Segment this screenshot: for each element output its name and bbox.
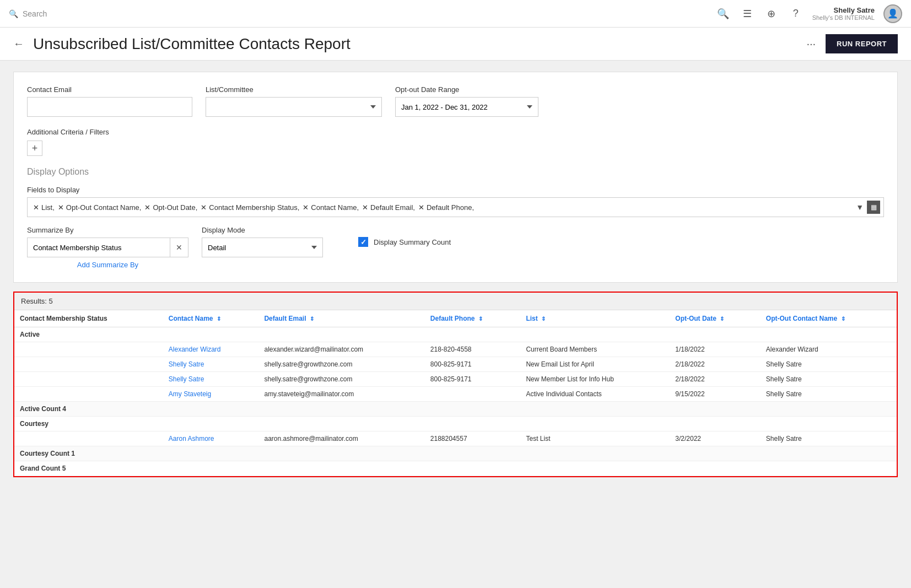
search-area[interactable]: 🔍 Search <box>9 9 47 18</box>
col-opt-out-contact-name[interactable]: Opt-Out Contact Name ⇕ <box>761 310 897 327</box>
cell-opt-out-contact-name: Shelly Satre <box>761 372 897 387</box>
opt-out-date-range-label: Opt-out Date Range <box>395 85 538 94</box>
cell-email: alexander.wizard@mailinator.com <box>258 342 424 357</box>
sort-icon-list: ⇕ <box>541 316 546 322</box>
field-remove-list[interactable]: ✕ <box>33 203 39 212</box>
cell-list: Current Board Members <box>520 342 670 357</box>
page-header: ← Unsubscribed List/Committee Contacts R… <box>0 28 911 61</box>
list-icon[interactable]: ☰ <box>740 6 755 21</box>
table-row: Shelly Satre shelly.satre@growthzone.com… <box>14 357 897 372</box>
sort-icon-default-phone: ⇕ <box>478 316 483 322</box>
cell-list: Active Individual Contacts <box>520 387 670 402</box>
table-body: Active Alexander Wizard alexander.wizard… <box>14 327 897 476</box>
contact-email-input[interactable] <box>27 97 192 117</box>
field-tag-default-phone: ✕ Default Phone, <box>418 203 474 212</box>
field-remove-opt-out-contact-name[interactable]: ✕ <box>58 203 64 212</box>
cell-contact-name[interactable]: Shelly Satre <box>163 372 259 387</box>
table-row: Shelly Satre shelly.satre@growthzone.com… <box>14 372 897 387</box>
col-contact-name[interactable]: Contact Name ⇕ <box>163 310 259 327</box>
active-count-label: Active Count 4 <box>14 402 897 417</box>
field-remove-default-phone[interactable]: ✕ <box>418 203 424 212</box>
field-label-opt-out-date: Opt-Out Date, <box>153 203 197 212</box>
run-report-button[interactable]: RUN REPORT <box>826 34 898 53</box>
back-button[interactable]: ← <box>13 37 24 50</box>
fields-dropdown-button[interactable]: ▼ <box>856 203 864 212</box>
col-contact-membership-status: Contact Membership Status <box>14 310 163 327</box>
field-tag-opt-out-contact-name: ✕ Opt-Out Contact Name, <box>58 203 142 212</box>
top-nav-right: 🔍 ☰ ⊕ ? Shelly Satre Shelly's DB INTERNA… <box>715 4 902 23</box>
cell-contact-name[interactable]: Aaron Ashmore <box>163 431 259 446</box>
add-criteria-button[interactable]: + <box>27 141 42 156</box>
main-content: Contact Email List/Committee Opt-out Dat… <box>0 61 911 488</box>
field-remove-contact-name[interactable]: ✕ <box>303 203 309 212</box>
list-committee-select[interactable] <box>206 97 382 117</box>
field-remove-opt-out-date[interactable]: ✕ <box>144 203 150 212</box>
table-row: Aaron Ashmore aaron.ashmore@mailinator.c… <box>14 431 897 446</box>
grand-count-label: Grand Count 5 <box>14 461 897 476</box>
help-icon[interactable]: ? <box>788 6 804 21</box>
list-committee-label: List/Committee <box>206 85 382 94</box>
search-nav-icon[interactable]: 🔍 <box>715 6 731 21</box>
summarize-clear-button[interactable]: ✕ <box>170 238 188 257</box>
fields-to-display-section: Fields to Display ✕ List, ✕ Opt-Out Cont… <box>27 186 884 217</box>
top-nav: 🔍 Search 🔍 ☰ ⊕ ? Shelly Satre Shelly's D… <box>0 0 911 28</box>
summarize-by-input[interactable] <box>27 238 170 257</box>
field-label-default-phone: Default Phone, <box>427 203 474 212</box>
additional-criteria-section: Additional Criteria / Filters + <box>27 128 884 156</box>
cell-contact-name[interactable]: Shelly Satre <box>163 357 259 372</box>
cell-email: shelly.satre@growthzone.com <box>258 357 424 372</box>
cell-phone: 218-820-4558 <box>425 342 521 357</box>
form-row-1: Contact Email List/Committee Opt-out Dat… <box>27 85 884 117</box>
cell-phone: 800-825-9171 <box>425 357 521 372</box>
user-name: Shelly Satre <box>812 6 875 14</box>
options-row: Summarize By ✕ Add Summarize By Display … <box>27 226 884 269</box>
fields-box: ✕ List, ✕ Opt-Out Contact Name, ✕ Opt-Ou… <box>27 197 884 217</box>
sort-icon-opt-out-date: ⇕ <box>720 316 724 322</box>
search-label: Search <box>23 9 47 18</box>
field-tag-list: ✕ List, <box>33 203 55 212</box>
more-button[interactable]: ··· <box>802 35 820 52</box>
cell-list: Test List <box>520 431 670 446</box>
cell-email: aaron.ashmore@mailinator.com <box>258 431 424 446</box>
cell-contact-name[interactable]: Alexander Wizard <box>163 342 259 357</box>
opt-out-date-range-select[interactable]: Jan 1, 2022 - Dec 31, 2022 <box>395 97 538 117</box>
sort-icon-opt-out-contact-name: ⇕ <box>841 316 845 322</box>
col-list[interactable]: List ⇕ <box>520 310 670 327</box>
group-name-courtesy: Courtesy <box>14 417 897 431</box>
table-header: Contact Membership Status Contact Name ⇕… <box>14 310 897 327</box>
table-row: Alexander Wizard alexander.wizard@mailin… <box>14 342 897 357</box>
display-mode-select[interactable]: Detail <box>202 238 323 257</box>
cell-membership-status <box>14 372 163 387</box>
display-mode-label: Display Mode <box>202 226 323 234</box>
add-summarize-by-link[interactable]: Add Summarize By <box>27 261 188 269</box>
group-header-active: Active <box>14 327 897 342</box>
cell-opt-out-contact-name: Shelly Satre <box>761 387 897 402</box>
results-section: Results: 5 Contact Membership Status Con… <box>13 292 898 477</box>
field-label-contact-membership-status: Contact Membership Status, <box>209 203 299 212</box>
cell-phone: 2188204557 <box>425 431 521 446</box>
avatar[interactable]: 👤 <box>883 4 902 23</box>
display-summary-count-checkbox[interactable] <box>358 237 368 247</box>
col-default-phone[interactable]: Default Phone ⇕ <box>425 310 521 327</box>
col-default-email[interactable]: Default Email ⇕ <box>258 310 424 327</box>
page-title: Unsubscribed List/Committee Contacts Rep… <box>33 35 351 53</box>
table-header-row: Contact Membership Status Contact Name ⇕… <box>14 310 897 327</box>
courtesy-count-label: Courtesy Count 1 <box>14 446 897 461</box>
report-table: Contact Membership Status Contact Name ⇕… <box>14 310 897 476</box>
summarize-by-label: Summarize By <box>27 226 188 234</box>
field-tag-opt-out-date: ✕ Opt-Out Date, <box>144 203 197 212</box>
fields-grid-button[interactable]: ▦ <box>867 201 880 214</box>
cell-membership-status <box>14 431 163 446</box>
page-header-right: ··· RUN REPORT <box>802 34 898 53</box>
field-remove-contact-membership-status[interactable]: ✕ <box>201 203 207 212</box>
add-icon[interactable]: ⊕ <box>764 6 779 21</box>
cell-membership-status <box>14 357 163 372</box>
list-committee-group: List/Committee <box>206 85 382 117</box>
field-tag-default-email: ✕ Default Email, <box>362 203 415 212</box>
results-header: Results: 5 <box>14 293 897 310</box>
field-label-default-email: Default Email, <box>370 203 415 212</box>
field-tag-contact-membership-status: ✕ Contact Membership Status, <box>201 203 299 212</box>
field-remove-default-email[interactable]: ✕ <box>362 203 368 212</box>
col-opt-out-date[interactable]: Opt-Out Date ⇕ <box>670 310 761 327</box>
cell-contact-name[interactable]: Amy Staveteig <box>163 387 259 402</box>
